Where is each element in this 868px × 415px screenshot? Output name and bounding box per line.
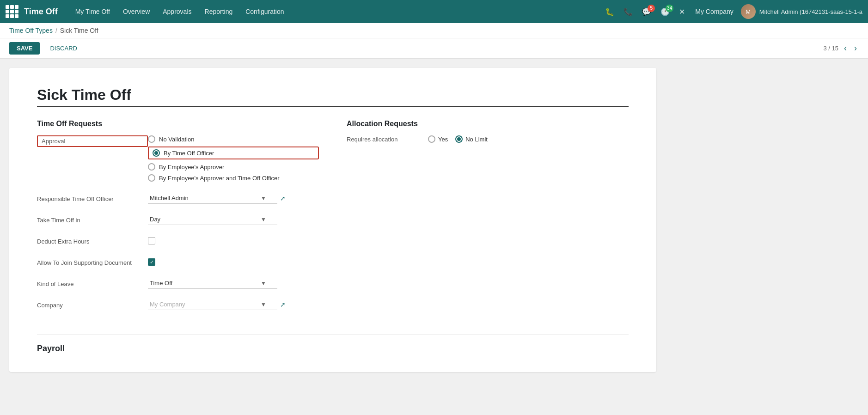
deduct-extra-hours-row: Deduct Extra Hours [37, 235, 319, 250]
next-record-button[interactable]: › [852, 43, 859, 54]
breadcrumb: Time Off Types / Sick Time Off [0, 23, 868, 38]
title-divider [37, 106, 629, 107]
responsible-label: Responsible Time Off Officer [37, 193, 148, 202]
radio-circle-yes [428, 135, 435, 143]
nav-my-time-off[interactable]: My Time Off [69, 0, 116, 23]
radio-label-employees-approver: By Employee's Approver [159, 164, 224, 171]
radio-employees-approver[interactable]: By Employee's Approver [148, 163, 319, 171]
payroll-section-title: Payroll [37, 334, 629, 354]
kind-of-leave-select[interactable]: Time Off Compensatory [148, 278, 277, 289]
allocation-requests-section: Allocation Requests Requires allocation … [347, 120, 629, 320]
approval-options: No Validation By Time Off Officer By Emp… [148, 135, 319, 182]
avatar-image: M [741, 4, 756, 19]
phone-icon-btn[interactable]: 📞 [621, 6, 636, 18]
deduct-extra-hours-value [148, 235, 319, 244]
take-time-off-in-label: Take Time Off in [37, 214, 148, 224]
company-switcher[interactable]: My Company [691, 8, 737, 15]
clock-icon-btn[interactable]: 🕐 34 [658, 6, 672, 18]
bug-icon-btn[interactable]: 🐛 [602, 6, 617, 18]
chat-badge: 5 [648, 5, 655, 12]
breadcrumb-current: Sick Time Off [60, 27, 98, 34]
clock-badge: 34 [666, 5, 673, 12]
kind-of-leave-label: Kind of Leave [37, 278, 148, 287]
kind-of-leave-select-wrapper: Time Off Compensatory ▼ [148, 278, 277, 289]
form-title: Sick Time Off [37, 86, 629, 104]
radio-circle-time-off-officer [153, 149, 160, 157]
allocation-requests-title: Allocation Requests [347, 120, 629, 128]
requires-allocation-label: Requires allocation [347, 136, 421, 143]
deduct-extra-hours-label: Deduct Extra Hours [37, 235, 148, 245]
radio-label-time-off-officer: By Time Off Officer [164, 150, 214, 157]
company-external-link[interactable]: ➚ [280, 301, 286, 308]
prev-record-button[interactable]: ‹ [842, 43, 849, 54]
radio-label-both: By Employee's Approver and Time Off Offi… [159, 175, 280, 182]
radio-by-both[interactable]: By Employee's Approver and Time Off Offi… [148, 174, 319, 182]
radio-label-yes: Yes [438, 136, 448, 143]
action-bar: SAVE DISCARD 3 / 15 ‹ › [0, 38, 868, 59]
nav-configuration[interactable]: Configuration [239, 0, 290, 23]
chat-icon-btn[interactable]: 💬 5 [639, 6, 654, 18]
requires-allocation-row: Requires allocation Yes No Limit [347, 135, 629, 143]
form-card: Sick Time Off Time Off Requests Approval… [9, 68, 656, 372]
radio-circle-employees-approver [148, 163, 155, 171]
breadcrumb-parent[interactable]: Time Off Types [9, 27, 53, 34]
company-row: Company My Company ▼ ➚ [37, 299, 319, 314]
approval-radio-group: No Validation By Time Off Officer By Emp… [148, 135, 319, 182]
nav-reporting[interactable]: Reporting [198, 0, 239, 23]
radio-circle-no-validation [148, 135, 155, 143]
responsible-value: Mitchell Admin ▼ ➚ [148, 193, 319, 204]
company-select[interactable]: My Company [148, 299, 277, 310]
breadcrumb-separator: / [55, 27, 57, 34]
avatar[interactable]: M [741, 4, 756, 19]
take-time-off-in-select[interactable]: Day Half Day Hours [148, 214, 277, 225]
responsible-select-wrapper: Mitchell Admin ▼ [148, 193, 277, 204]
responsible-field-row: Responsible Time Off Officer Mitchell Ad… [37, 193, 319, 208]
approval-label: Approval [37, 135, 148, 147]
main-menu: My Time Off Overview Approvals Reporting… [69, 0, 601, 23]
form-columns: Time Off Requests Approval No Validation [37, 120, 629, 320]
approval-field-row: Approval No Validation By Time Of [37, 135, 319, 182]
requires-allocation-options: Yes No Limit [428, 135, 488, 143]
kind-of-leave-row: Kind of Leave Time Off Compensatory ▼ [37, 278, 319, 293]
radio-circle-both [148, 174, 155, 182]
wrench-icon-btn[interactable]: ✕ [676, 6, 688, 18]
nav-overview[interactable]: Overview [116, 0, 156, 23]
main-content: Sick Time Off Time Off Requests Approval… [0, 59, 868, 414]
kind-of-leave-value: Time Off Compensatory ▼ [148, 278, 319, 289]
username-label[interactable]: Mitchell Admin (16742131-saas-15-1-a [759, 8, 862, 15]
radio-yes[interactable]: Yes [428, 135, 448, 143]
company-label: Company [37, 299, 148, 309]
take-time-off-in-select-wrapper: Day Half Day Hours ▼ [148, 214, 277, 225]
save-button[interactable]: SAVE [9, 42, 40, 55]
app-brand[interactable]: Time Off [24, 7, 58, 17]
record-counter: 3 / 15 [823, 45, 838, 52]
time-off-requests-section: Time Off Requests Approval No Validation [37, 120, 319, 320]
record-navigation: 3 / 15 ‹ › [823, 43, 859, 54]
responsible-external-link[interactable]: ➚ [280, 195, 286, 202]
time-off-requests-title: Time Off Requests [37, 120, 319, 128]
allow-supporting-doc-row: Allow To Join Supporting Document [37, 256, 319, 271]
radio-label-no-limit: No Limit [465, 136, 488, 143]
discard-button[interactable]: DISCARD [45, 42, 82, 55]
company-value: My Company ▼ ➚ [148, 299, 319, 310]
responsible-select[interactable]: Mitchell Admin [148, 193, 277, 204]
nav-approvals[interactable]: Approvals [156, 0, 198, 23]
radio-no-limit[interactable]: No Limit [455, 135, 488, 143]
top-navigation: Time Off My Time Off Overview Approvals … [0, 0, 868, 23]
radio-circle-no-limit [455, 135, 463, 143]
allow-supporting-doc-label: Allow To Join Supporting Document [37, 256, 148, 266]
allow-supporting-doc-checkbox[interactable] [148, 258, 155, 266]
radio-no-validation[interactable]: No Validation [148, 135, 319, 143]
company-select-wrapper: My Company ▼ [148, 299, 277, 310]
radio-by-time-off-officer[interactable]: By Time Off Officer [148, 146, 319, 159]
topnav-right-section: 🐛 📞 💬 5 🕐 34 ✕ My Company M Mitchell Adm… [602, 4, 862, 19]
radio-label-no-validation: No Validation [159, 136, 194, 143]
allow-supporting-doc-value [148, 256, 319, 266]
take-time-off-in-value: Day Half Day Hours ▼ [148, 214, 319, 225]
deduct-extra-hours-checkbox[interactable] [148, 237, 155, 244]
take-time-off-in-row: Take Time Off in Day Half Day Hours ▼ [37, 214, 319, 229]
app-grid-icon[interactable] [6, 5, 18, 18]
